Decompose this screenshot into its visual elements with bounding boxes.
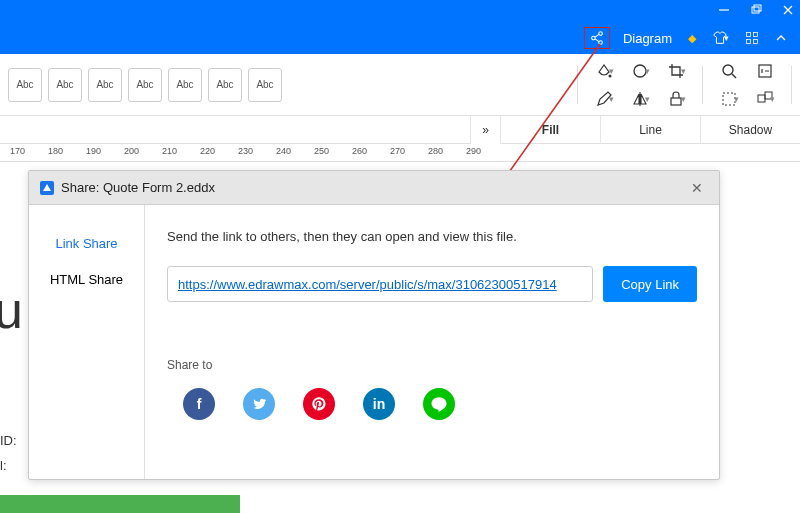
send-icon[interactable] xyxy=(568,35,574,41)
dialog-sidebar: Link Share HTML Share xyxy=(29,205,145,479)
ruler-tick: 170 xyxy=(10,146,25,156)
group-icon[interactable]: ▾ xyxy=(755,89,775,109)
svg-rect-2 xyxy=(754,5,761,11)
style-preset[interactable]: Abc xyxy=(128,68,162,102)
twitter-icon[interactable] xyxy=(243,388,275,420)
tab-shadow[interactable]: Shadow xyxy=(700,116,800,144)
tab-expand[interactable]: » xyxy=(470,116,500,144)
close-button[interactable] xyxy=(782,4,794,19)
ruler-tick: 190 xyxy=(86,146,101,156)
svg-point-4 xyxy=(592,36,596,40)
restore-button[interactable] xyxy=(750,4,762,19)
style-preset[interactable]: Abc xyxy=(208,68,242,102)
task-icon[interactable] xyxy=(755,61,775,81)
style-preset[interactable]: Abc xyxy=(48,68,82,102)
svg-rect-6 xyxy=(747,33,751,37)
apps-icon[interactable] xyxy=(742,28,762,48)
svg-rect-16 xyxy=(758,95,765,102)
crop-icon[interactable]: ▾ xyxy=(666,61,686,81)
title-bar: Diagram ◆ ▾ xyxy=(0,0,800,54)
horizontal-ruler: 170180190200210220230240250260270280290 xyxy=(0,144,800,162)
ruler-tick: 210 xyxy=(162,146,177,156)
fill-icon[interactable]: ▾ xyxy=(594,61,614,81)
share-link-input[interactable] xyxy=(167,266,593,302)
dialog-close-button[interactable]: ✕ xyxy=(685,176,709,200)
collapse-icon[interactable] xyxy=(772,29,790,47)
svg-rect-9 xyxy=(754,40,758,44)
label-id: ID: xyxy=(0,433,17,448)
share-to-label: Share to xyxy=(167,358,697,372)
svg-rect-8 xyxy=(747,40,751,44)
app-icon xyxy=(39,180,55,196)
ruler-tick: 290 xyxy=(466,146,481,156)
diagram-label[interactable]: Diagram xyxy=(620,28,675,49)
pencil-icon[interactable]: ▾ xyxy=(594,89,614,109)
share-icon[interactable] xyxy=(584,27,610,49)
ruler-tick: 240 xyxy=(276,146,291,156)
property-tabs: » Fill Line Shadow xyxy=(0,116,800,144)
ruler-tick: 250 xyxy=(314,146,329,156)
shape-icon[interactable]: ▾ xyxy=(630,61,650,81)
style-preset[interactable]: Abc xyxy=(168,68,202,102)
copy-link-button[interactable]: Copy Link xyxy=(603,266,697,302)
minimize-button[interactable] xyxy=(718,4,730,19)
green-button-fragment xyxy=(0,495,240,513)
dialog-title: Share: Quote Form 2.eddx xyxy=(61,180,679,195)
tab-link-share[interactable]: Link Share xyxy=(29,225,144,261)
share-instruction: Send the link to others, then they can o… xyxy=(167,229,697,244)
linkedin-icon[interactable]: in xyxy=(363,388,395,420)
svg-point-13 xyxy=(723,65,733,75)
svg-rect-12 xyxy=(671,98,681,105)
line-icon[interactable] xyxy=(423,388,455,420)
svg-point-5 xyxy=(599,41,603,45)
svg-rect-1 xyxy=(752,7,759,13)
format-toolbar: Abc Abc Abc Abc Abc Abc Abc ▾ ▾ ▾ ▾ ▾ ▾ xyxy=(0,54,800,116)
dialog-titlebar: Share: Quote Form 2.eddx ✕ xyxy=(29,171,719,205)
ruler-tick: 270 xyxy=(390,146,405,156)
search-icon[interactable] xyxy=(719,61,739,81)
tab-fill[interactable]: Fill xyxy=(500,116,600,144)
ruler-tick: 230 xyxy=(238,146,253,156)
style-preset[interactable]: Abc xyxy=(8,68,42,102)
share-dialog: Share: Quote Form 2.eddx ✕ Link Share HT… xyxy=(28,170,720,480)
diamond-icon[interactable]: ◆ xyxy=(685,29,699,48)
page-title-fragment: u xyxy=(0,280,23,340)
dialog-content: Send the link to others, then they can o… xyxy=(145,205,719,479)
select-icon[interactable]: ▾ xyxy=(719,89,739,109)
tab-html-share[interactable]: HTML Share xyxy=(29,261,144,297)
ruler-tick: 200 xyxy=(124,146,139,156)
pinterest-icon[interactable] xyxy=(303,388,335,420)
ruler-tick: 180 xyxy=(48,146,63,156)
style-preset[interactable]: Abc xyxy=(88,68,122,102)
lock-icon[interactable]: ▾ xyxy=(666,89,686,109)
svg-rect-7 xyxy=(754,33,758,37)
label-il: l: xyxy=(0,458,7,473)
tshirt-icon[interactable]: ▾ xyxy=(709,27,732,49)
style-preset[interactable]: Abc xyxy=(248,68,282,102)
svg-point-3 xyxy=(599,32,603,36)
flip-icon[interactable]: ▾ xyxy=(630,89,650,109)
ruler-tick: 220 xyxy=(200,146,215,156)
tab-line[interactable]: Line xyxy=(600,116,700,144)
ruler-tick: 280 xyxy=(428,146,443,156)
ruler-tick: 260 xyxy=(352,146,367,156)
facebook-icon[interactable]: f xyxy=(183,388,215,420)
